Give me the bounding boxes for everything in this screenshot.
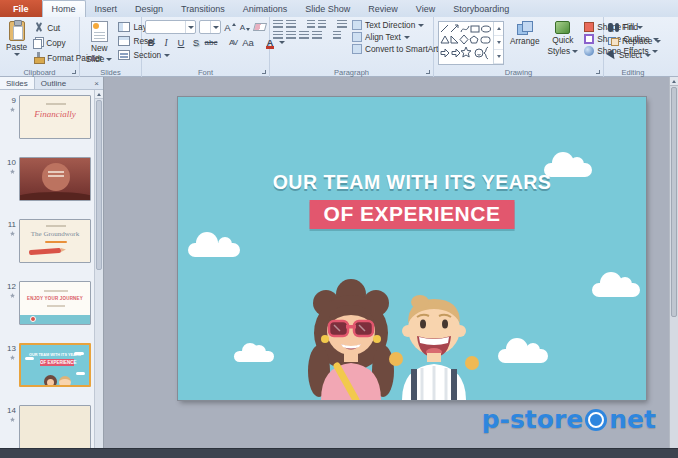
replace-button[interactable]: Replace xyxy=(606,35,660,47)
columns-button[interactable] xyxy=(333,31,341,40)
tab-file[interactable]: File xyxy=(0,0,42,17)
align-center-button[interactable] xyxy=(286,31,296,40)
cloud-shape xyxy=(592,283,640,297)
slide-canvas[interactable]: OUR TEAM WITH ITS YEARS OF EXPERIENCE xyxy=(178,97,646,400)
quick-styles-button[interactable]: Quick Styles xyxy=(544,19,583,66)
slide-banner-text[interactable]: OF EXPERIENCE xyxy=(310,200,515,229)
tab-design[interactable]: Design xyxy=(126,0,172,17)
quick-styles-label-2: Styles xyxy=(548,46,571,56)
slide-thumbnail-11[interactable]: 11 The Groundwork xyxy=(0,217,94,265)
slide-thumbnail-10[interactable]: 10 xyxy=(0,155,94,203)
animation-indicator-icon[interactable] xyxy=(10,107,15,112)
tab-review[interactable]: Review xyxy=(359,0,407,17)
replace-dropdown-icon xyxy=(655,40,661,43)
slide-editor-area: OUR TEAM WITH ITS YEARS OF EXPERIENCE xyxy=(104,77,678,448)
slide-thumbnail-list: 9 Financially 10 xyxy=(0,90,94,448)
tab-home[interactable]: Home xyxy=(42,0,86,17)
shapes-gallery-scrollbar[interactable] xyxy=(493,22,503,64)
line-spacing-button[interactable] xyxy=(337,20,347,29)
clear-formatting-icon[interactable] xyxy=(253,23,267,31)
p-store-logo-icon xyxy=(585,409,607,431)
slide-title-text[interactable]: OUR TEAM WITH ITS YEARS xyxy=(178,171,646,194)
find-label: Find xyxy=(622,22,638,32)
shapes-gallery[interactable] xyxy=(438,21,504,65)
tab-storyboarding[interactable]: Storyboarding xyxy=(444,0,518,17)
font-name-combobox[interactable] xyxy=(145,20,196,34)
bold-button[interactable]: B xyxy=(145,36,157,49)
slide-number: 13 xyxy=(7,344,16,353)
thumbnail-text-bar xyxy=(48,171,64,173)
team-characters-illustration xyxy=(296,269,486,400)
animation-indicator-icon[interactable] xyxy=(10,169,15,174)
slide-thumbnail-13-selected[interactable]: 13 OUR TEAM WITH ITS YEARS OF EXPERIENCE xyxy=(0,341,94,389)
animation-indicator-icon[interactable] xyxy=(10,231,15,236)
panel-close-icon[interactable]: × xyxy=(90,77,103,89)
character-spacing-button[interactable]: AV xyxy=(227,36,239,49)
slide-thumbnail-12[interactable]: 12 ENJOY YOUR JOURNEY xyxy=(0,279,94,327)
strikethrough-button[interactable]: abc xyxy=(205,36,217,49)
paste-button[interactable]: Paste xyxy=(2,19,31,66)
drawing-group-label: Drawing xyxy=(434,68,603,77)
arrange-button[interactable]: Arrange xyxy=(506,19,544,66)
align-text-icon xyxy=(352,32,362,42)
tab-view[interactable]: View xyxy=(407,0,444,17)
ribbon-group-font: A A B I U S abc AV Aa A xyxy=(142,17,270,77)
select-icon xyxy=(606,49,618,61)
thumbnail-hills-shape xyxy=(19,192,91,201)
decrease-indent-button[interactable] xyxy=(307,20,315,29)
slides-panel: Slides Outline × 9 Financially xyxy=(0,77,104,448)
align-right-button[interactable] xyxy=(299,31,309,40)
panel-tab-outline[interactable]: Outline xyxy=(35,77,72,89)
slide-number: 11 xyxy=(8,220,16,229)
clipboard-dialog-launcher-icon[interactable] xyxy=(70,68,77,75)
slides-panel-tabs: Slides Outline × xyxy=(0,77,103,90)
animation-indicator-icon[interactable] xyxy=(10,417,15,422)
new-slide-label-1: New xyxy=(91,43,108,53)
slide-thumbnail-14[interactable]: 14 xyxy=(0,403,94,448)
slide-thumbnail-9[interactable]: 9 Financially xyxy=(0,93,94,141)
thumbnail-title: The Groundwork xyxy=(20,230,90,238)
text-shadow-button[interactable]: S xyxy=(190,36,202,49)
tab-insert[interactable]: Insert xyxy=(86,0,127,17)
align-left-button[interactable] xyxy=(273,31,283,40)
animation-indicator-icon[interactable] xyxy=(10,355,15,360)
thumbnail-title-line1: OUR TEAM WITH ITS YEARS xyxy=(21,353,89,357)
slides-panel-scrollbar[interactable] xyxy=(94,90,103,448)
panel-tab-slides[interactable]: Slides xyxy=(0,77,35,89)
select-button[interactable]: Select xyxy=(606,49,660,61)
scrollbar-thumb[interactable] xyxy=(671,87,677,317)
shrink-font-button[interactable]: A xyxy=(239,21,251,34)
animation-indicator-icon[interactable] xyxy=(10,293,15,298)
font-dialog-launcher-icon[interactable] xyxy=(260,68,267,75)
font-size-combobox[interactable] xyxy=(199,20,221,34)
underline-button[interactable]: U xyxy=(175,36,187,49)
tab-slide-show[interactable]: Slide Show xyxy=(296,0,359,17)
scroll-up-icon[interactable] xyxy=(95,90,103,99)
watermark-text-2: net xyxy=(609,405,656,434)
shapes-scroll-up-icon[interactable] xyxy=(494,22,503,36)
reset-icon xyxy=(118,36,130,46)
new-slide-button[interactable]: New Slide xyxy=(82,19,116,66)
numbering-button[interactable] xyxy=(286,20,296,29)
shapes-scroll-down-icon[interactable] xyxy=(494,36,503,50)
increase-indent-button[interactable] xyxy=(318,20,326,29)
tab-animations[interactable]: Animations xyxy=(234,0,297,17)
find-button[interactable]: Find xyxy=(606,21,660,33)
change-case-button[interactable]: Aa xyxy=(242,36,254,49)
justify-button[interactable] xyxy=(312,31,322,40)
italic-button[interactable]: I xyxy=(160,36,172,49)
editor-scrollbar[interactable] xyxy=(669,77,678,448)
shapes-gallery-more-icon[interactable] xyxy=(494,50,503,64)
editing-group-label: Editing xyxy=(604,68,662,77)
ribbon-group-slides: New Slide Layout Reset xyxy=(80,17,142,77)
thumbnail-cloud-shape xyxy=(25,357,34,360)
shape-fill-icon xyxy=(584,22,594,32)
grow-font-button[interactable]: A xyxy=(224,21,236,34)
tab-transitions[interactable]: Transitions xyxy=(172,0,234,17)
ribbon-group-clipboard: Paste Cut Copy xyxy=(0,17,80,77)
scroll-up-icon[interactable] xyxy=(670,77,678,86)
bullets-button[interactable] xyxy=(273,20,283,29)
scrollbar-thumb[interactable] xyxy=(96,100,102,270)
paragraph-dialog-launcher-icon[interactable] xyxy=(424,68,431,75)
drawing-dialog-launcher-icon[interactable] xyxy=(594,68,601,75)
